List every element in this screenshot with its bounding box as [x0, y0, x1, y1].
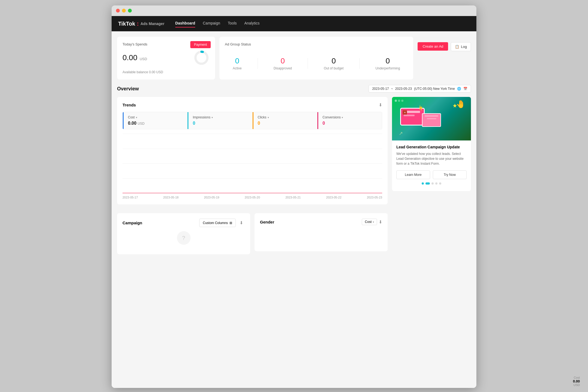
grid-line-1 — [122, 134, 382, 134]
logo-dot: : — [137, 20, 139, 27]
promo-card: ✦ ★ ⚡ ↗ — [392, 97, 471, 191]
columns-icon: ⊞ — [229, 221, 232, 225]
x-label-0: 2023-05-17 — [122, 196, 138, 199]
top-actions: Create an Ad 📋 Log — [418, 37, 471, 79]
cost-dropdown[interactable]: Cost ▾ — [362, 219, 377, 225]
download-icon[interactable]: ⬇ — [379, 102, 382, 108]
nav-item-dashboard[interactable]: Dashboard — [175, 21, 195, 26]
status-divider-1 — [258, 58, 258, 69]
logo: TikTok : Ads Manager — [118, 20, 164, 27]
metric-impressions[interactable]: Impressions ▾ 0 — [188, 112, 252, 129]
gender-actions: Cost ▾ ⬇ — [362, 219, 382, 225]
impressions-chevron: ▾ — [212, 116, 213, 119]
promo-screen-inner2 — [404, 115, 415, 116]
custom-cols-label: Custom Columns — [203, 221, 228, 225]
navigation: TikTok : Ads Manager Dashboard Campaign … — [112, 16, 476, 31]
campaign-title: Campaign — [122, 220, 142, 225]
date-tilde: ~ — [391, 87, 393, 91]
chart-area — [122, 134, 382, 194]
promo-image: ✦ ★ ⚡ ↗ — [392, 97, 471, 140]
nav-item-campaign[interactable]: Campaign — [203, 21, 220, 26]
calendar-icon: 📅 — [463, 87, 467, 91]
create-ad-button[interactable]: Create an Ad — [418, 42, 448, 51]
gender-download-icon[interactable]: ⬇ — [379, 219, 382, 225]
campaign-empty-state: ? — [122, 227, 245, 249]
status-grid: 0 Active 0 Disapproved 0 Out of budget — [225, 53, 408, 74]
logo-text: TikTok — [118, 21, 135, 27]
gender-header: Gender Cost ▾ ⬇ — [260, 219, 382, 225]
metric-conversions-value: 0 — [323, 121, 378, 126]
log-icon: 📋 — [455, 45, 459, 49]
status-divider-3 — [359, 58, 360, 69]
left-panel: Trends ⬇ Cost ▾ 0.00 USD — [117, 97, 388, 254]
log-button[interactable]: 📋 Log — [451, 42, 471, 51]
metric-conversions-label: Conversions ▾ — [323, 115, 378, 119]
spends-card: Today's Spends Payment 0.00 USD Availabl… — [117, 37, 215, 79]
status-item-active: 0 Active — [233, 57, 242, 70]
date-range-picker[interactable]: 2023-05-17 ~ 2023-05-23 (UTC-05:00) New … — [369, 85, 471, 93]
right-panel: ✦ ★ ⚡ ↗ — [392, 97, 471, 254]
cost-label-text: Cost — [128, 115, 135, 119]
win-dot-3 — [401, 100, 403, 102]
promo-page-dot-1[interactable] — [422, 182, 424, 185]
close-icon[interactable] — [116, 9, 120, 13]
win-dot-1 — [395, 100, 397, 102]
promo-arrow: ↗ — [399, 130, 403, 136]
promo-page-dot-3[interactable] — [431, 182, 434, 185]
promo-page-dot-2[interactable] — [425, 182, 430, 185]
promo-page-dot-5[interactable] — [439, 182, 441, 185]
metric-clicks[interactable]: Clicks ▾ 0 — [253, 112, 317, 129]
maximize-icon[interactable] — [128, 9, 132, 13]
grid-line-3 — [122, 163, 382, 164]
learn-more-button[interactable]: Learn More — [396, 170, 430, 179]
promo-pagination — [396, 182, 467, 185]
status-divider-2 — [308, 58, 308, 69]
bottom-row: Campaign Custom Columns ⊞ ⬇ ? — [117, 213, 388, 254]
main-content: Today's Spends Payment 0.00 USD Availabl… — [112, 31, 476, 388]
grid-line-2 — [122, 149, 382, 149]
metric-cost-value: 0.00 USD — [128, 121, 183, 126]
promo-page-dot-4[interactable] — [435, 182, 437, 185]
impressions-label-text: Impressions — [193, 115, 210, 119]
campaign-download-icon[interactable]: ⬇ — [238, 219, 245, 227]
available-balance: Available balance 0.00 USD — [122, 70, 210, 74]
metric-conversions[interactable]: Conversions ▾ 0 — [317, 112, 382, 129]
payment-button[interactable]: Payment — [190, 41, 211, 48]
logo-subtitle: Ads Manager — [140, 22, 164, 26]
nav-item-analytics[interactable]: Analytics — [244, 21, 260, 26]
log-label: Log — [461, 45, 467, 49]
status-card-title: Ad Group Status — [225, 42, 408, 46]
custom-columns-button[interactable]: Custom Columns ⊞ — [199, 219, 236, 227]
x-label-2: 2023-05-19 — [204, 196, 219, 199]
status-item-disapproved: 0 Disapproved — [274, 57, 292, 70]
card2-line1 — [425, 115, 438, 117]
promo-desc: We've updated how you collect leads. Sel… — [396, 151, 467, 166]
status-disapproved-label: Disapproved — [274, 66, 292, 70]
status-budget-label: Out of budget — [324, 66, 344, 70]
win-dot-2 — [398, 100, 400, 102]
cost-dropdown-chevron: ▾ — [373, 220, 374, 223]
trends-title: Trends — [122, 103, 136, 107]
x-label-1: 2023-05-18 — [163, 196, 179, 199]
spends-amount: 0.00 — [122, 53, 137, 62]
overview-body: Trends ⬇ Cost ▾ 0.00 USD — [117, 97, 471, 254]
minimize-icon[interactable] — [122, 9, 126, 13]
window-dots — [395, 100, 403, 102]
clicks-label-text: Clicks — [258, 115, 267, 119]
chart-x-axis: 2023-05-17 2023-05-18 2023-05-19 2023-05… — [122, 196, 382, 199]
screen-icon: ✦ — [403, 110, 407, 115]
chart-grid-lines — [122, 134, 382, 193]
promo-update-title: Lead Generation Campaign Update — [396, 145, 467, 149]
campaign-header: Campaign Custom Columns ⊞ ⬇ — [122, 219, 245, 227]
metric-impressions-label: Impressions ▾ — [193, 115, 248, 119]
svg-point-0 — [195, 52, 207, 64]
promo-image-content: ✦ ★ ⚡ ↗ — [392, 97, 471, 140]
status-under-count: 0 — [375, 57, 400, 65]
try-now-button[interactable]: Try Now — [433, 170, 467, 179]
spends-row: 0.00 USD — [122, 50, 210, 66]
campaign-actions: Custom Columns ⊞ ⬇ — [199, 219, 245, 227]
top-row: Today's Spends Payment 0.00 USD Availabl… — [117, 37, 471, 79]
nav-item-tools[interactable]: Tools — [228, 21, 237, 26]
metric-cost[interactable]: Cost ▾ 0.00 USD — [123, 112, 188, 129]
status-under-label: Underperforming — [375, 66, 400, 70]
